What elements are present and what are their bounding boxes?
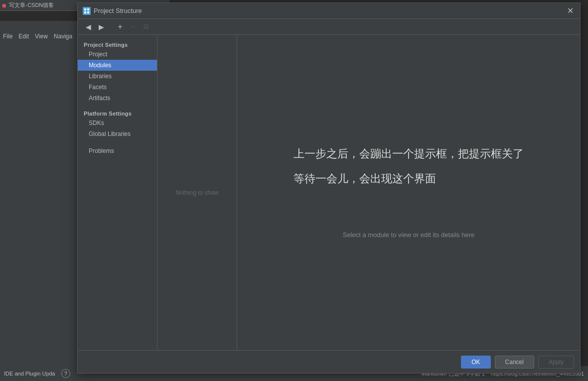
dialog-sidebar: Project Settings Project Modules Librari… [78,35,157,350]
sidebar-item-artifacts[interactable]: Artifacts [78,93,157,104]
project-settings-label: Project Settings [78,39,157,49]
menu-view[interactable]: View [35,33,48,40]
svg-rect-0 [84,8,86,10]
ide-left-panel: File Edit View Naviga 📁 Test1 [0,21,80,366]
svg-rect-2 [84,11,86,13]
dialog-body: Project Settings Project Modules Librari… [78,35,580,350]
toolbar-back-button[interactable]: ◀ [83,21,94,32]
ide-menubar: File Edit View Naviga [0,31,80,42]
sidebar-item-global-libraries[interactable]: Global Libraries [78,128,157,139]
main-content-panel: 上一步之后，会蹦出一个提示框，把提示框关了 等待一会儿，会出现这个界面 Sele… [237,35,580,350]
dialog-title-section: Project Structure [83,7,142,15]
dialog-title-text: Project Structure [94,7,142,14]
apply-button[interactable]: Apply [538,356,574,369]
dialog-titlebar: Project Structure ✕ [78,3,580,19]
toolbar-forward-button[interactable]: ▶ [96,21,107,32]
sidebar-item-facets[interactable]: Facets [78,82,157,93]
svg-rect-3 [87,11,89,13]
statusbar-help-icon[interactable]: ? [61,369,70,378]
cancel-button[interactable]: Cancel [495,356,534,369]
sidebar-item-libraries[interactable]: Libraries [78,71,157,82]
project-structure-dialog: Project Structure ✕ ◀ ▶ + − ⧉ Project Se… [77,2,581,374]
instruction-line1: 上一步之后，会蹦出一个提示框，把提示框关了 [294,146,524,161]
menu-navigate[interactable]: Naviga [54,33,72,40]
nothing-to-show-text: Nothing to show [175,189,218,196]
instruction-block: 上一步之后，会蹦出一个提示框，把提示框关了 等待一会儿，会出现这个界面 [294,146,524,196]
dialog-title-icon [83,7,91,15]
dialog-close-button[interactable]: ✕ [565,6,575,16]
toolbar-add-button[interactable]: + [115,21,126,32]
toolbar-copy-button[interactable]: ⧉ [141,21,151,32]
menu-file[interactable]: File [3,33,12,40]
dialog-footer: OK Cancel Apply [78,350,580,373]
sidebar-item-modules[interactable]: Modules [78,60,157,71]
center-panel: Nothing to show [157,35,237,350]
sidebar-item-problems[interactable]: Problems [78,145,157,156]
svg-rect-1 [87,8,89,10]
ok-button[interactable]: OK [461,356,490,369]
instruction-line2: 等待一会儿，会出现这个界面 [294,171,524,186]
select-module-hint: Select a module to view or edit its deta… [343,231,474,239]
sidebar-item-project[interactable]: Project [78,49,157,60]
statusbar-ide-update[interactable]: IDE and Plugin Upda [4,371,55,377]
menu-edit[interactable]: Edit [18,33,29,40]
csdn-icon: ■ [2,1,6,9]
toolbar-remove-button[interactable]: − [128,21,139,32]
csdn-title: 写文章-CSDN描客 [9,1,54,9]
platform-settings-label: Platform Settings [78,108,157,118]
sidebar-item-sdks[interactable]: SDKs [78,118,157,128]
dialog-toolbar: ◀ ▶ + − ⧉ [78,19,580,35]
